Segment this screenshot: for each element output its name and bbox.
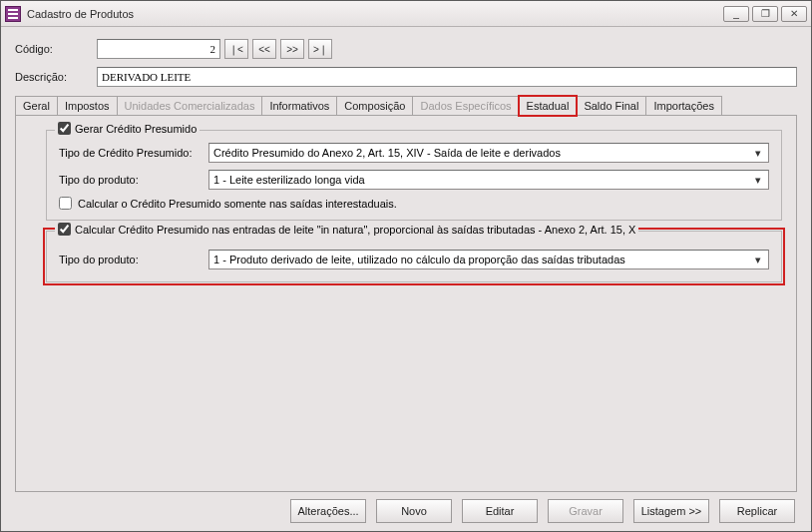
alteracoes-button[interactable]: Alterações... — [290, 499, 366, 523]
tipo-credito-select[interactable]: Crédito Presumido do Anexo 2, Art. 15, X… — [208, 143, 769, 163]
titlebar: Cadastro de Produtos ⎯ ❐ ✕ — [1, 1, 811, 27]
tipo-produto1-row: Tipo do produto: 1 - Leite esterilizado … — [59, 170, 769, 190]
chevron-down-icon: ▾ — [750, 252, 766, 267]
calcular-credito-checkbox[interactable] — [58, 223, 71, 236]
tab-estadual[interactable]: Estadual — [519, 96, 578, 116]
nav-last-button[interactable]: >❘ — [308, 39, 332, 59]
app-icon — [5, 6, 21, 22]
gravar-button: Gravar — [548, 499, 623, 523]
content-area: Código: ❘< << >> >❘ Descrição: Geral Imp… — [1, 27, 811, 502]
tab-impostos[interactable]: Impostos — [57, 96, 118, 116]
close-button[interactable]: ✕ — [781, 6, 807, 22]
maximize-icon: ❐ — [761, 8, 770, 19]
tab-composicao[interactable]: Composição — [336, 96, 413, 116]
window-frame: Cadastro de Produtos ⎯ ❐ ✕ Código: ❘< <<… — [0, 0, 812, 532]
tab-dados-especificos[interactable]: Dados Específicos — [412, 96, 519, 116]
tipo-produto2-label: Tipo do produto: — [59, 254, 208, 266]
tipo-produto2-value: 1 - Produto derivado de leite, utilizado… — [213, 254, 750, 266]
codigo-row: Código: ❘< << >> >❘ — [15, 39, 797, 59]
group-gerar-credito-legend: Gerar Crédito Presumido — [55, 122, 200, 135]
tab-panel-estadual: Gerar Crédito Presumido Tipo de Crédito … — [15, 115, 797, 492]
tipo-produto2-select[interactable]: 1 - Produto derivado de leite, utilizado… — [208, 250, 769, 269]
replicar-button[interactable]: Replicar — [719, 499, 795, 523]
tab-saldo-final[interactable]: Saldo Final — [576, 96, 646, 116]
tipo-credito-row: Tipo de Crédito Presumido: Crédito Presu… — [59, 143, 769, 163]
minimize-icon: ⎯ — [733, 8, 739, 19]
tipo-produto1-value: 1 - Leite esterilizado longa vida — [213, 174, 750, 186]
descricao-label: Descrição: — [15, 71, 97, 83]
tipo-credito-value: Crédito Presumido do Anexo 2, Art. 15, X… — [213, 147, 750, 159]
tab-importacoes[interactable]: Importações — [645, 96, 722, 116]
group-calcular-credito: Calcular Crédito Presumido nas entradas … — [46, 231, 782, 282]
interestaduais-row: Calcular o Crédito Presumido somente nas… — [59, 197, 769, 210]
tipo-produto1-select[interactable]: 1 - Leite esterilizado longa vida ▾ — [208, 170, 769, 190]
group-calcular-credito-legend: Calcular Crédito Presumido nas entradas … — [55, 223, 638, 236]
maximize-button[interactable]: ❐ — [752, 6, 778, 22]
tab-geral[interactable]: Geral — [15, 96, 58, 116]
gerar-credito-checkbox[interactable] — [58, 122, 71, 135]
descricao-row: Descrição: — [15, 67, 797, 87]
group-gerar-credito: Gerar Crédito Presumido Tipo de Crédito … — [46, 130, 782, 221]
interestaduais-label: Calcular o Crédito Presumido somente nas… — [78, 198, 397, 210]
descricao-input[interactable] — [97, 67, 797, 87]
calcular-credito-label: Calcular Crédito Presumido nas entradas … — [75, 224, 635, 236]
window-title: Cadastro de Produtos — [27, 8, 723, 20]
tab-informativos[interactable]: Informativos — [261, 96, 337, 116]
nav-first-button[interactable]: ❘< — [224, 39, 248, 59]
tipo-produto2-row: Tipo do produto: 1 - Produto derivado de… — [59, 250, 769, 269]
chevron-down-icon: ▾ — [750, 172, 766, 188]
editar-button[interactable]: Editar — [462, 499, 538, 523]
listagem-button[interactable]: Listagem >> — [633, 499, 709, 523]
nav-next-button[interactable]: >> — [280, 39, 304, 59]
close-icon: ✕ — [790, 8, 798, 19]
gerar-credito-label: Gerar Crédito Presumido — [75, 123, 197, 135]
interestaduais-checkbox[interactable] — [59, 197, 72, 210]
minimize-button[interactable]: ⎯ — [723, 6, 749, 22]
window-buttons: ⎯ ❐ ✕ — [723, 6, 807, 22]
codigo-input[interactable] — [97, 39, 220, 59]
nav-prev-button[interactable]: << — [252, 39, 276, 59]
chevron-down-icon: ▾ — [750, 145, 766, 161]
tab-strip: Geral Impostos Unidades Comercializadas … — [15, 95, 797, 115]
tipo-credito-label: Tipo de Crédito Presumido: — [59, 147, 208, 159]
novo-button[interactable]: Novo — [376, 499, 452, 523]
tab-unidades[interactable]: Unidades Comercializadas — [117, 96, 263, 116]
tipo-produto1-label: Tipo do produto: — [59, 174, 208, 186]
footer-buttons: Alterações... Novo Editar Gravar Listage… — [290, 499, 795, 523]
codigo-label: Código: — [15, 43, 97, 55]
